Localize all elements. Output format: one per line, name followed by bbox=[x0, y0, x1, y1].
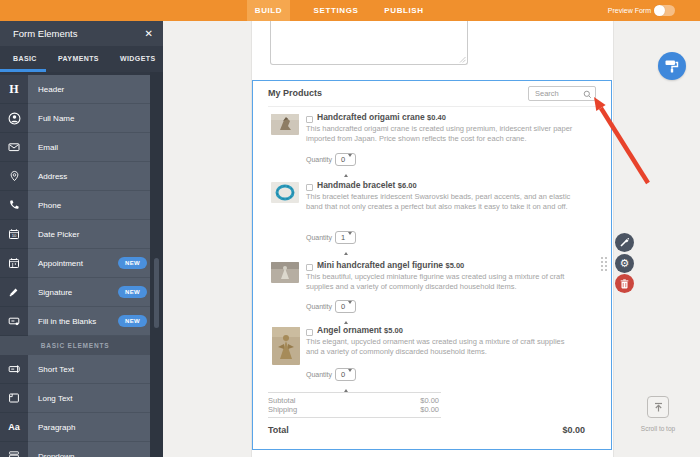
divider bbox=[268, 392, 441, 393]
quantity-select[interactable]: 0 bbox=[335, 300, 356, 313]
field-settings-button[interactable]: ⚙ bbox=[615, 254, 634, 273]
quantity-select[interactable]: 0 bbox=[335, 153, 356, 166]
sidebar-item-full-name[interactable]: Full Name bbox=[0, 104, 150, 133]
form-designer-button[interactable] bbox=[658, 52, 686, 80]
phone-icon bbox=[0, 191, 28, 220]
product-image-origami-crane bbox=[271, 114, 299, 135]
drag-handle[interactable] bbox=[600, 256, 608, 272]
sidebar-item-phone[interactable]: Phone bbox=[0, 191, 150, 220]
map-pin-icon bbox=[0, 162, 28, 191]
product-image-angel-figurine bbox=[271, 262, 299, 283]
sidebar-item-header[interactable]: H Header bbox=[0, 75, 150, 104]
scroll-to-top-button[interactable] bbox=[647, 396, 669, 418]
resize-grip-icon[interactable] bbox=[459, 56, 466, 63]
sidebar-item-appointment[interactable]: Appointment NEW bbox=[0, 249, 150, 278]
header-icon: H bbox=[0, 75, 28, 104]
trash-icon bbox=[620, 279, 629, 289]
quantity-select[interactable]: 1 bbox=[335, 231, 356, 244]
sidebar-item-signature[interactable]: Signature NEW bbox=[0, 278, 150, 307]
stepper-arrows-icon bbox=[344, 157, 352, 175]
quantity-select[interactable]: 0 bbox=[335, 368, 356, 381]
stepper-arrows-icon bbox=[344, 372, 352, 390]
form-builder-app: BUILD SETTINGS PUBLISH Preview Form Form… bbox=[0, 0, 700, 457]
pen-icon bbox=[0, 278, 28, 307]
product-name: Handcrafted origami crane $0.40 bbox=[317, 112, 446, 122]
product-checkbox[interactable] bbox=[306, 116, 313, 123]
sidebar-scrollbar[interactable] bbox=[150, 72, 163, 457]
preview-form-toggle[interactable] bbox=[654, 5, 675, 16]
product-description: This handcrafted origami crane is create… bbox=[306, 124, 579, 143]
product-price: $5.00 bbox=[384, 326, 403, 335]
product-name: Angel ornament $5.00 bbox=[317, 325, 403, 335]
stepper-arrows-icon bbox=[344, 304, 352, 322]
paragraph-icon: Aa bbox=[0, 413, 28, 442]
previous-field-textarea[interactable] bbox=[270, 21, 468, 65]
product-price: $6.00 bbox=[398, 181, 417, 190]
sidebar-header: Form Elements ✕ bbox=[0, 21, 163, 46]
product-image-angel-ornament bbox=[272, 327, 300, 365]
products-title: My Products bbox=[268, 88, 322, 98]
product-checkbox[interactable] bbox=[306, 329, 313, 336]
envelope-icon bbox=[0, 133, 28, 162]
sidebar-item-long-text[interactable]: Long Text bbox=[0, 384, 150, 413]
new-badge: NEW bbox=[118, 315, 147, 327]
total-label: Total bbox=[268, 425, 289, 435]
quantity-label: Quantity bbox=[306, 371, 332, 378]
my-products-field[interactable]: My Products Handcrafted origami crane $0… bbox=[252, 80, 612, 450]
subtotal-value: $0.00 bbox=[373, 396, 439, 405]
sidebar-item-email[interactable]: Email bbox=[0, 133, 150, 162]
sidebar-item-fill-in-the-blanks[interactable]: Fill in the Blanks NEW bbox=[0, 307, 150, 336]
product-checkbox[interactable] bbox=[306, 264, 313, 271]
toggle-knob-icon bbox=[654, 5, 665, 16]
sidebar-tab-payments[interactable]: PAYMENTS bbox=[58, 46, 99, 72]
short-text-icon bbox=[0, 355, 28, 384]
preview-form-label: Preview Form bbox=[608, 0, 651, 21]
tab-settings[interactable]: SETTINGS bbox=[305, 0, 367, 21]
magic-wand-icon bbox=[619, 237, 630, 248]
quantity-label: Quantity bbox=[306, 234, 332, 241]
divider bbox=[268, 417, 441, 418]
top-navbar: BUILD SETTINGS PUBLISH Preview Form bbox=[0, 0, 700, 21]
product-description: This elegant, upcycled ornament was crea… bbox=[306, 337, 579, 356]
product-description: This beautiful, upcycled miniature figur… bbox=[306, 272, 579, 291]
gear-icon: ⚙ bbox=[620, 254, 630, 273]
sidebar-section-basic-elements: BASIC ELEMENTS bbox=[0, 336, 150, 355]
calendar-icon: 10 bbox=[0, 220, 28, 249]
arrow-up-icon bbox=[653, 402, 664, 413]
sidebar-item-paragraph[interactable]: Aa Paragraph bbox=[0, 413, 150, 442]
quantity-label: Quantity bbox=[306, 303, 332, 310]
delete-field-button[interactable] bbox=[615, 274, 634, 293]
scrollbar-thumb[interactable] bbox=[154, 258, 159, 328]
divider bbox=[268, 106, 597, 107]
total-value: $0.00 bbox=[562, 425, 585, 435]
sidebar-item-short-text[interactable]: Short Text bbox=[0, 355, 150, 384]
scroll-to-top-label: Scroll to top bbox=[628, 425, 688, 432]
svg-text:10: 10 bbox=[12, 233, 17, 238]
shipping-label: Shipping bbox=[268, 405, 297, 414]
product-checkbox[interactable] bbox=[306, 184, 313, 191]
stepper-arrows-icon bbox=[344, 235, 352, 253]
shipping-value: $0.00 bbox=[373, 405, 439, 414]
sidebar-item-address[interactable]: Address bbox=[0, 162, 150, 191]
sidebar-title: Form Elements bbox=[13, 21, 77, 46]
sidebar-tab-widgets[interactable]: WIDGETS bbox=[120, 46, 155, 72]
new-badge: NEW bbox=[118, 286, 147, 298]
tab-publish[interactable]: PUBLISH bbox=[378, 0, 430, 21]
product-price: $0.40 bbox=[427, 113, 446, 122]
close-icon[interactable]: ✕ bbox=[145, 21, 153, 46]
fill-blanks-icon bbox=[0, 307, 28, 336]
paint-roller-icon bbox=[664, 58, 680, 74]
search-icon[interactable] bbox=[583, 90, 592, 99]
product-image-bracelet bbox=[271, 182, 299, 203]
tab-build[interactable]: BUILD bbox=[247, 0, 290, 21]
calendar-clock-icon bbox=[0, 249, 28, 278]
product-description: This bracelet features iridescent Swarov… bbox=[306, 192, 579, 211]
sidebar-item-dropdown[interactable]: Dropdown bbox=[0, 442, 150, 457]
long-text-icon bbox=[0, 384, 28, 413]
field-properties-wand-button[interactable] bbox=[615, 233, 634, 252]
active-tab-underline bbox=[0, 69, 46, 72]
quantity-label: Quantity bbox=[306, 156, 332, 163]
dropdown-icon bbox=[0, 442, 28, 457]
new-badge: NEW bbox=[118, 257, 147, 269]
sidebar-item-date-picker[interactable]: 10 Date Picker bbox=[0, 220, 150, 249]
